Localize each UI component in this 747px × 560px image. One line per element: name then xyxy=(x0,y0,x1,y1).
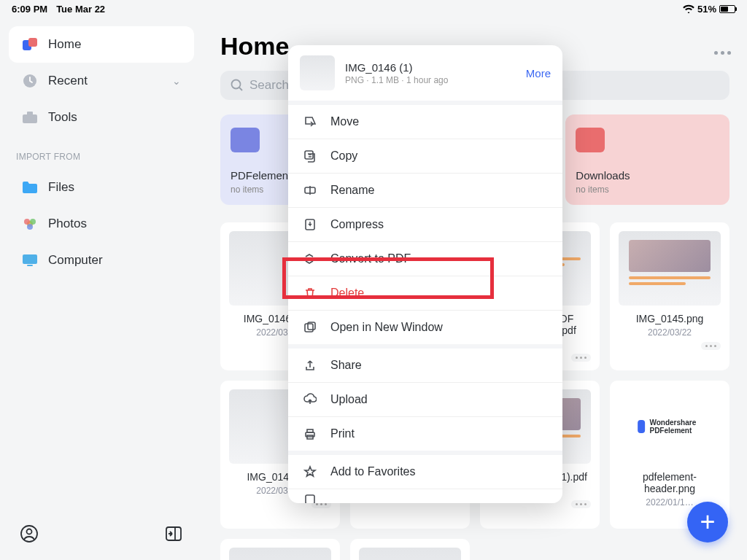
svg-rect-4 xyxy=(27,112,33,115)
share-icon xyxy=(303,358,317,373)
svg-rect-10 xyxy=(27,265,33,266)
menu-upload[interactable]: Upload xyxy=(288,382,562,416)
sidebar: Home Recent ⌄ Tools IMPORT FROM Files xyxy=(0,18,203,560)
file-item[interactable]: SERVICES xyxy=(220,539,340,560)
copy-icon xyxy=(303,149,317,163)
folder-icon xyxy=(576,128,605,152)
star-icon xyxy=(303,464,317,479)
search-icon xyxy=(231,79,244,92)
file-item[interactable]: SERVICES xyxy=(350,539,470,560)
search-placeholder: Search xyxy=(249,78,289,93)
sidebar-label: Home xyxy=(48,37,81,52)
tools-icon xyxy=(22,109,38,125)
more-icon xyxy=(303,492,317,504)
menu-share[interactable]: Share xyxy=(288,349,562,382)
status-bar: 6:09 PM Tue Mar 22 51% xyxy=(0,0,747,18)
sidebar-label: Files xyxy=(48,180,74,195)
file-thumb: Wondershare PDFelement xyxy=(619,389,721,464)
photos-icon xyxy=(22,216,38,232)
file-more-button[interactable] xyxy=(701,342,721,350)
menu-label: Copy xyxy=(330,149,357,163)
top-more-button[interactable] xyxy=(714,51,731,55)
sidebar-item-recent[interactable]: Recent ⌄ xyxy=(9,63,194,99)
folder-icon xyxy=(231,128,260,152)
menu-label: Move xyxy=(330,115,359,128)
compress-icon xyxy=(303,217,317,232)
logo-icon xyxy=(22,36,38,52)
svg-rect-21 xyxy=(307,429,313,432)
account-icon[interactable] xyxy=(20,525,38,542)
status-time: 6:09 PM xyxy=(12,4,47,15)
svg-point-8 xyxy=(27,224,33,230)
chevron-down-icon: ⌄ xyxy=(172,75,181,87)
svg-point-6 xyxy=(24,219,30,225)
sidebar-label: Recent xyxy=(48,74,88,88)
file-thumb xyxy=(619,231,721,306)
menu-print[interactable]: Print xyxy=(288,416,562,451)
plus-icon: + xyxy=(700,507,715,537)
sidebar-section-label: IMPORT FROM xyxy=(9,136,194,169)
file-more-button[interactable] xyxy=(571,354,591,362)
wifi-icon xyxy=(683,4,694,13)
file-item[interactable]: IMG_0145.png 2022/03/22 xyxy=(610,222,729,370)
menu-copy[interactable]: Copy xyxy=(288,139,562,173)
file-more-button[interactable] xyxy=(571,500,591,508)
svg-point-7 xyxy=(30,219,36,225)
clock-icon xyxy=(22,73,38,89)
svg-point-14 xyxy=(232,80,241,89)
sidebar-label: Tools xyxy=(48,110,77,125)
collapse-icon[interactable] xyxy=(165,525,182,542)
convert-icon xyxy=(303,252,317,266)
delete-icon xyxy=(303,286,317,300)
file-thumb: SERVICES xyxy=(359,548,461,560)
sidebar-label: Photos xyxy=(48,217,87,231)
menu-compress[interactable]: Compress xyxy=(288,207,562,241)
menu-rename[interactable]: Rename xyxy=(288,173,562,207)
sidebar-item-tools[interactable]: Tools xyxy=(9,99,194,136)
svg-rect-23 xyxy=(306,495,314,504)
menu-add-favorites[interactable]: Add to Favorites xyxy=(288,455,562,489)
menu-delete[interactable]: Delete xyxy=(288,276,562,310)
window-icon xyxy=(303,320,317,335)
sidebar-item-home[interactable]: Home xyxy=(9,26,194,63)
shortcut-sub: no items xyxy=(576,184,719,195)
battery-icon xyxy=(719,5,735,13)
svg-rect-1 xyxy=(28,38,37,47)
menu-label: Rename xyxy=(330,184,374,197)
sidebar-import-photos[interactable]: Photos xyxy=(9,206,194,242)
battery-percent: 51% xyxy=(697,4,716,15)
menu-label: Print xyxy=(330,427,355,440)
file-name: pdfelement-header.png xyxy=(619,471,721,494)
menu-label: Convert to PDF xyxy=(330,252,411,265)
upload-icon xyxy=(303,392,317,407)
context-menu: IMG_0146 (1) PNG · 1.1 MB · 1 hour ago M… xyxy=(288,45,562,503)
sidebar-import-files[interactable]: Files xyxy=(9,169,194,206)
file-date: 2022/03/22 xyxy=(648,327,692,338)
menu-more[interactable] xyxy=(288,489,562,503)
shortcut-name: Downloads xyxy=(576,169,719,182)
file-date: 2022/01/1… xyxy=(646,497,693,508)
svg-rect-3 xyxy=(23,114,37,123)
rename-icon xyxy=(303,183,317,198)
svg-rect-18 xyxy=(305,324,313,332)
popover-more-link[interactable]: More xyxy=(526,67,551,79)
add-button[interactable]: + xyxy=(687,502,728,542)
svg-rect-9 xyxy=(23,254,37,264)
file-name: IMG_0145.png xyxy=(636,313,704,324)
menu-label: Compress xyxy=(330,218,384,231)
shortcut-folder-downloads[interactable]: Downloads no items xyxy=(565,114,729,205)
menu-label: Delete xyxy=(330,287,364,300)
menu-label: Open in New Window xyxy=(330,321,443,334)
popover-title: IMG_0146 (1) xyxy=(345,61,516,74)
computer-icon xyxy=(22,252,38,268)
sidebar-import-computer[interactable]: Computer xyxy=(9,242,194,279)
move-icon xyxy=(303,114,317,129)
menu-label: Upload xyxy=(330,393,368,406)
menu-move[interactable]: Move xyxy=(288,105,562,139)
menu-convert-to-pdf[interactable]: Convert to PDF xyxy=(288,241,562,276)
menu-open-new-window[interactable]: Open in New Window xyxy=(288,310,562,344)
svg-point-12 xyxy=(27,529,32,534)
folder-icon xyxy=(22,179,38,195)
popover-meta: PNG · 1.1 MB · 1 hour ago xyxy=(345,75,516,85)
sidebar-label: Computer xyxy=(48,253,103,268)
